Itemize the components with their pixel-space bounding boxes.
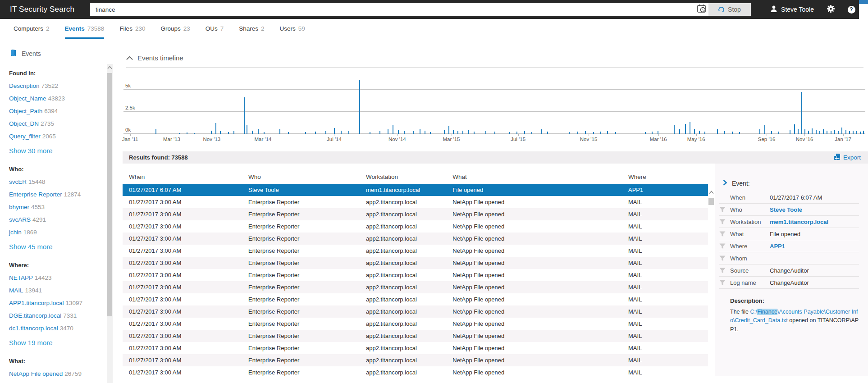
detail-field-row: Workstationmem1.titancorp.local: [719, 216, 859, 228]
table-cell: Enterprise Reporter: [242, 333, 360, 339]
table-cell: Enterprise Reporter: [242, 211, 360, 218]
filter-funnel-icon[interactable]: [719, 207, 730, 213]
chart-x-label: Mar '15: [443, 137, 460, 142]
table-row[interactable]: 01/27/2017 3:00 AMEnterprise Reporterapp…: [123, 293, 708, 305]
settings-button[interactable]: [824, 0, 837, 19]
table-scrollbar-thumb[interactable]: [708, 198, 714, 205]
detail-field-label: Who: [730, 206, 770, 213]
tab-ous[interactable]: OUs7: [206, 25, 224, 37]
detail-field-value[interactable]: mem1.titancorp.local: [770, 219, 828, 225]
table-row[interactable]: 01/27/2017 3:00 AMEnterprise Reporterapp…: [123, 196, 708, 208]
facet-item[interactable]: Query_filter2065: [9, 133, 123, 140]
facet-item[interactable]: APP1.titancorp.local13097: [9, 300, 123, 306]
facet-item[interactable]: NetApp File opened26759: [9, 370, 123, 377]
table-row[interactable]: 01/27/2017 3:00 AMEnterprise Reporterapp…: [123, 281, 708, 293]
facet-item[interactable]: svcER15448: [9, 178, 123, 185]
detail-field-label: Log name: [730, 279, 770, 286]
table-row[interactable]: 01/27/2017 3:00 AMEnterprise Reporterapp…: [123, 245, 708, 257]
table-row[interactable]: 01/27/2017 3:00 AMEnterprise Reporterapp…: [123, 354, 708, 366]
page-scrollbar-thumb[interactable]: [859, 0, 868, 4]
timeline-header[interactable]: Events timeline: [126, 54, 863, 68]
chart-x-tick: [130, 134, 131, 136]
tab-events[interactable]: Events73588: [65, 25, 105, 39]
facet-item[interactable]: Object_DN2735: [9, 120, 123, 127]
table-row[interactable]: 01/27/2017 3:00 AMEnterprise Reporterapp…: [123, 342, 708, 354]
chart-bar: [674, 125, 675, 134]
chart-bar: [334, 128, 335, 134]
table-row[interactable]: 01/27/2017 3:00 AMEnterprise Reporterapp…: [123, 208, 708, 220]
tab-shares[interactable]: Shares2: [239, 25, 264, 37]
sidebar-scrollbar[interactable]: [107, 64, 113, 383]
table-row[interactable]: 01/27/2017 3:00 AMEnterprise Reporterapp…: [123, 318, 708, 330]
table-cell: app2.titancorp.local: [360, 308, 446, 315]
table-row[interactable]: 01/27/2017 3:00 AMEnterprise Reporterapp…: [123, 330, 708, 342]
chart-x-label: Nov '15: [580, 137, 598, 142]
facet-count: 7331: [63, 312, 77, 319]
facet-item[interactable]: DGE.titancorp.local7331: [9, 312, 123, 319]
stop-button[interactable]: Stop: [708, 3, 751, 16]
filter-funnel-icon[interactable]: [719, 231, 730, 237]
facet-item[interactable]: dc1.titancorp.local3470: [9, 325, 123, 332]
export-button[interactable]: Export: [833, 153, 861, 162]
detail-field-value[interactable]: APP1: [770, 243, 785, 250]
facet-item[interactable]: MAIL13941: [9, 287, 123, 294]
tab-computers[interactable]: Computers2: [14, 25, 50, 37]
sidebar-scrollbar-thumb[interactable]: [107, 73, 112, 316]
filter-funnel-icon[interactable]: [719, 255, 730, 261]
detail-field-row: Log nameChangeAuditor: [719, 277, 859, 289]
facet-item[interactable]: Object_Name43823: [9, 95, 123, 102]
facet-item[interactable]: bhymer4553: [9, 204, 123, 210]
show-more-link[interactable]: Show 45 more: [9, 243, 123, 251]
page-scrollbar[interactable]: [859, 0, 868, 19]
facet-count: 14423: [35, 274, 52, 281]
table-row[interactable]: 01/27/2017 3:00 AMEnterprise Reporterapp…: [123, 269, 708, 281]
event-detail-header[interactable]: Event:: [723, 180, 859, 187]
export-spreadsheet-icon: [833, 153, 841, 162]
filter-funnel-icon[interactable]: [719, 280, 730, 286]
facet-heading: Who:: [9, 166, 123, 173]
date-range-button[interactable]: [695, 3, 708, 16]
tab-label: OUs: [206, 25, 218, 32]
table-cell: Enterprise Reporter: [242, 199, 360, 205]
tab-files[interactable]: Files230: [119, 25, 145, 37]
chart-bar: [155, 129, 156, 134]
show-more-link[interactable]: Show 19 more: [9, 339, 123, 347]
help-button[interactable]: ?: [845, 0, 858, 19]
table-scroll-up-icon[interactable]: [708, 191, 715, 194]
show-more-link[interactable]: Show 30 more: [9, 147, 123, 155]
table-zone: WhenWhoWorkstationWhatWhere 01/27/2017 6…: [123, 164, 868, 376]
table-row[interactable]: 01/27/2017 6:07 AMSteve Toolemem1.titanc…: [123, 184, 708, 196]
chart-bar: [717, 129, 718, 134]
filter-funnel-icon[interactable]: [719, 243, 730, 249]
facet-item[interactable]: Description73522: [9, 82, 123, 89]
chart-bar: [420, 129, 420, 134]
table-scrollbar[interactable]: [708, 164, 715, 376]
table-row[interactable]: 01/27/2017 3:00 AMEnterprise Reporterapp…: [123, 220, 708, 233]
table-row[interactable]: 01/27/2017 3:00 AMEnterprise Reporterapp…: [123, 257, 708, 269]
facet-item[interactable]: jchin1869: [9, 229, 123, 236]
tab-users[interactable]: Users59: [280, 25, 305, 37]
table-row[interactable]: 01/27/2017 3:00 AMEnterprise Reporterapp…: [123, 233, 708, 245]
calendar-clock-icon: [697, 4, 707, 16]
sidebar-scroll-up-icon[interactable]: [107, 64, 113, 71]
chart-x-label: Jul '15: [511, 137, 525, 142]
table-cell: Enterprise Reporter: [242, 369, 360, 376]
search-term-highlight: Finance: [757, 309, 777, 315]
table-cell: app2.titancorp.local: [360, 247, 446, 254]
detail-field-value[interactable]: Steve Toole: [770, 206, 802, 213]
table-row[interactable]: 01/27/2017 3:00 AMEnterprise Reporterapp…: [123, 366, 708, 376]
table-cell: Enterprise Reporter: [242, 272, 360, 278]
tab-groups[interactable]: Groups23: [160, 25, 190, 37]
facet-item[interactable]: Object_Path6394: [9, 108, 123, 114]
search-input[interactable]: [90, 3, 695, 16]
filter-funnel-icon[interactable]: [719, 268, 730, 274]
table-row[interactable]: 01/27/2017 3:00 AMEnterprise Reporterapp…: [123, 305, 708, 318]
table-cell: Enterprise Reporter: [242, 296, 360, 303]
user-menu[interactable]: Steve Toole: [770, 0, 814, 19]
facet-item[interactable]: NETAPP14423: [9, 274, 123, 281]
filter-funnel-icon[interactable]: [719, 219, 730, 225]
facet-item[interactable]: svcARS4291: [9, 216, 123, 223]
stop-button-label: Stop: [728, 6, 741, 13]
table-cell: NetApp File opened: [446, 272, 622, 278]
facet-item[interactable]: Enterprise Reporter12874: [9, 191, 123, 198]
